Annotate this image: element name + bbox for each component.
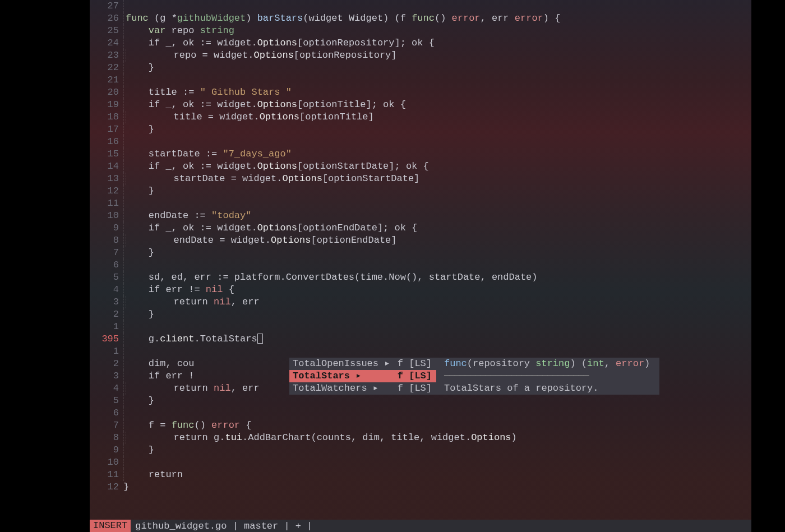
line-number: 14 [90,160,123,173]
line-number: 9 [90,222,123,234]
line-number: 4 [90,284,123,296]
line-number: 11 [90,197,123,210]
line-number: 21 [90,74,123,86]
completion-item-selected[interactable]: TotalStars ▸f [LS] ─────────────────────… [289,370,659,382]
line-number: 17 [90,123,123,136]
line-number: 8 [90,432,123,444]
current-line-number: 395 [90,333,123,345]
line-number: 5 [90,395,123,407]
line-number: 5 [90,271,123,284]
completion-signature: func(repository string) (int, error) [436,358,650,370]
line-number: 10 [90,210,123,222]
line-number: 12 [90,481,123,493]
line-number: 6 [90,259,123,271]
completion-doc: TotalStars of a repository. [436,382,598,395]
line-number: 11 [90,469,123,481]
line-number: 20 [90,86,123,99]
line-number: 3 [90,370,123,382]
line-number: 26 [90,12,123,25]
line-number: 18 [90,111,123,123]
status-filename: github_widget.go | master | + | [131,521,312,531]
line-number: 7 [90,419,123,432]
code-editor[interactable]: 27 26func (g *githubWidget) barStars(wid… [90,0,751,532]
line-number: 7 [90,247,123,259]
line-number: 22 [90,62,123,74]
editor-viewport: 27 26func (g *githubWidget) barStars(wid… [90,0,751,532]
line-number: 4 [90,382,123,395]
line-number: 24 [90,37,123,49]
line-number: 3 [90,296,123,308]
line-number: 16 [90,136,123,148]
mode-badge: INSERT [90,520,131,532]
doc-separator: ──────────────────────────── [436,370,589,382]
line-number: 27 [90,0,123,12]
line-number: 1 [90,321,123,333]
line-number: 9 [90,444,123,456]
line-number: 8 [90,234,123,247]
line-number: 6 [90,407,123,419]
line-number: 23 [90,49,123,62]
completion-popup[interactable]: TotalOpenIssues ▸f [LS] func(repository … [289,358,659,395]
line-number: 10 [90,456,123,469]
line-number: 19 [90,99,123,111]
line-number: 1 [90,345,123,358]
completion-item[interactable]: TotalWatchers ▸f [LS] TotalStars of a re… [289,382,659,395]
cursor-icon [257,334,263,344]
current-line[interactable]: 395 g.client.TotalStars [90,333,751,345]
line-number: 25 [90,25,123,37]
line-number: 2 [90,358,123,370]
statusbar: INSERT github_widget.go | master | + | [90,520,751,532]
completion-item[interactable]: TotalOpenIssues ▸f [LS] func(repository … [289,358,659,370]
line-number: 12 [90,185,123,197]
line-number: 15 [90,148,123,160]
line-number: 2 [90,308,123,321]
line-number: 13 [90,173,123,185]
